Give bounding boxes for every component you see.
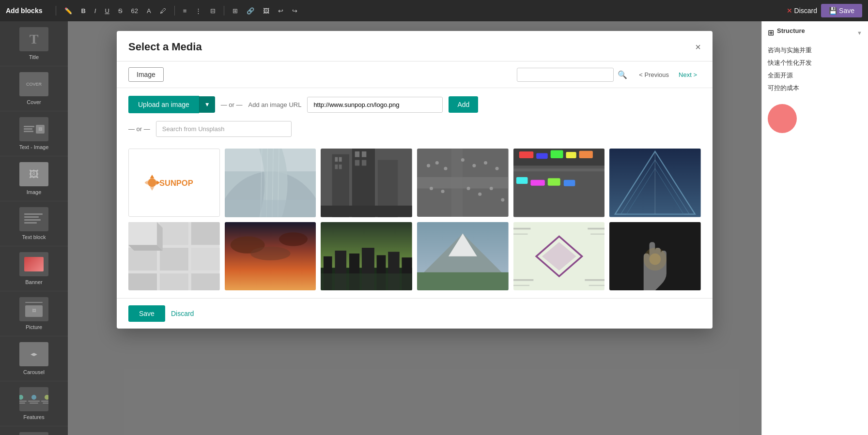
sidebar-item-three[interactable]: Three bbox=[0, 426, 68, 435]
photo-city-skyline bbox=[321, 222, 412, 291]
image-preview: 🖼 bbox=[19, 162, 48, 186]
strikethrough-button[interactable]: S bbox=[116, 6, 125, 15]
carousel-label: Carousel bbox=[23, 369, 45, 375]
add-button[interactable]: Add bbox=[449, 96, 478, 113]
modal-close-button[interactable]: × bbox=[695, 42, 701, 53]
svg-rect-50 bbox=[513, 168, 605, 171]
table-button[interactable]: ⊞ bbox=[230, 6, 240, 15]
image-cell-11[interactable] bbox=[513, 222, 605, 291]
bold-button[interactable]: B bbox=[78, 6, 88, 15]
modal-save-button[interactable]: Save bbox=[128, 305, 165, 322]
modal-overlay[interactable]: Select a Media × Image 🔍 < Previous Next… bbox=[68, 21, 761, 435]
redo-button[interactable]: ↪ bbox=[290, 6, 300, 15]
modal-discard-button[interactable]: Discard bbox=[171, 310, 194, 317]
sidebar-item-text-image[interactable]: 🖼 Text - Image bbox=[0, 111, 68, 156]
features-preview bbox=[19, 387, 48, 411]
image-cell-5[interactable] bbox=[513, 149, 605, 217]
upload-dropdown-button[interactable]: ▼ bbox=[199, 96, 215, 113]
svg-rect-25 bbox=[451, 149, 463, 217]
discard-button[interactable]: ✕ Discard bbox=[787, 7, 817, 15]
svg-rect-9 bbox=[225, 200, 316, 217]
cover-preview: COVER bbox=[19, 72, 48, 96]
image-cell-8[interactable] bbox=[225, 222, 316, 291]
banner-preview bbox=[19, 252, 48, 276]
highlight-button[interactable]: 🖊 bbox=[157, 6, 169, 15]
image-cell-1[interactable]: SUNPOP bbox=[128, 149, 220, 217]
svg-point-35 bbox=[467, 187, 470, 190]
image-cell-10[interactable] bbox=[417, 222, 509, 290]
svg-point-37 bbox=[490, 187, 493, 190]
text-block-label: Text block bbox=[22, 234, 46, 240]
title-label: Title bbox=[29, 54, 39, 60]
svg-rect-20 bbox=[362, 160, 366, 166]
image-cell-7[interactable] bbox=[128, 222, 220, 290]
align-button[interactable]: ⊟ bbox=[208, 6, 218, 15]
tab-image[interactable]: Image bbox=[128, 67, 164, 82]
picture-label: Picture bbox=[26, 324, 42, 330]
svg-point-72 bbox=[250, 246, 291, 260]
image-cell-4[interactable] bbox=[417, 149, 509, 217]
next-button[interactable]: Next > bbox=[675, 69, 701, 80]
sidebar-item-carousel[interactable]: ◀▶ Carousel bbox=[0, 336, 68, 381]
photo-traffic bbox=[513, 149, 605, 217]
upload-button[interactable]: Upload an image bbox=[128, 96, 199, 113]
banner-label: Banner bbox=[25, 279, 42, 285]
image-grid: SUNPOP bbox=[117, 141, 713, 298]
italic-button[interactable]: I bbox=[92, 6, 99, 15]
unordered-list-button[interactable]: ≡ bbox=[181, 6, 189, 15]
sidebar-item-text-block[interactable]: Text block bbox=[0, 201, 68, 246]
image-button[interactable]: 🖼 bbox=[261, 6, 272, 15]
svg-rect-86 bbox=[417, 272, 509, 290]
sidebar-item-image[interactable]: 🖼 Image bbox=[0, 156, 68, 201]
svg-point-30 bbox=[472, 164, 476, 167]
save-top-button[interactable]: 💾 Save bbox=[821, 4, 862, 17]
prev-button[interactable]: < Previous bbox=[635, 69, 673, 80]
photo-glass-triangle bbox=[609, 149, 701, 217]
rs-item-1: 快速个性化开发 bbox=[768, 57, 862, 69]
modal-tabs-row: Image 🔍 < Previous Next > bbox=[117, 61, 713, 88]
sep2 bbox=[174, 6, 175, 15]
search-button[interactable]: 🔍 bbox=[618, 70, 627, 79]
picture-preview: 🖼 bbox=[19, 297, 48, 321]
image-cell-2[interactable] bbox=[225, 149, 316, 217]
sunpop-logo: SUNPOP bbox=[145, 172, 203, 194]
image-cell-6[interactable] bbox=[609, 149, 701, 217]
svg-rect-22 bbox=[321, 206, 412, 217]
svg-point-33 bbox=[430, 187, 433, 190]
sidebar-item-cover[interactable]: COVER Cover bbox=[0, 66, 68, 111]
svg-point-71 bbox=[279, 232, 308, 246]
photo-mountain bbox=[417, 222, 509, 290]
sidebar-item-picture[interactable]: 🖼 Picture bbox=[0, 291, 68, 336]
features-icon bbox=[19, 395, 48, 404]
search-input[interactable] bbox=[517, 68, 614, 82]
toolbar: Add blocks ✏️ B I U S 62 A 🖊 ≡ ⋮ ⊟ ⊞ 🔗 🖼… bbox=[0, 0, 868, 21]
photo-geometric bbox=[128, 222, 220, 290]
svg-marker-68 bbox=[128, 245, 163, 251]
sidebar-item-title[interactable]: T Title bbox=[0, 21, 68, 66]
sidebar-item-banner[interactable]: Banner bbox=[0, 246, 68, 291]
pencil-icon[interactable]: ✏️ bbox=[62, 6, 75, 15]
svg-rect-43 bbox=[550, 150, 563, 159]
svg-text:SUNPOP: SUNPOP bbox=[159, 179, 193, 187]
sidebar-item-features[interactable]: Features bbox=[0, 381, 68, 426]
image-cell-3[interactable] bbox=[321, 149, 412, 217]
underline-button[interactable]: U bbox=[102, 6, 111, 15]
unsplash-input[interactable] bbox=[156, 121, 292, 137]
sep3 bbox=[224, 6, 224, 15]
ordered-list-button[interactable]: ⋮ bbox=[193, 6, 204, 15]
image-cell-9[interactable] bbox=[321, 222, 412, 291]
upload-btn-group: Upload an image ▼ bbox=[128, 96, 215, 113]
dropdown-icon: ▼ bbox=[857, 30, 862, 36]
link-button[interactable]: 🔗 bbox=[244, 6, 257, 15]
image-cell-12[interactable] bbox=[609, 222, 701, 291]
pagination: < Previous Next > bbox=[635, 69, 701, 80]
font-color-button[interactable]: A bbox=[144, 6, 154, 15]
undo-button[interactable]: ↩ bbox=[276, 6, 286, 15]
svg-rect-15 bbox=[339, 165, 342, 169]
url-input[interactable] bbox=[307, 97, 443, 113]
cover-icon: COVER bbox=[26, 82, 42, 87]
left-sidebar: T Title COVER Cover 🖼 bbox=[0, 21, 68, 435]
svg-rect-58 bbox=[160, 222, 188, 245]
svg-rect-48 bbox=[547, 178, 560, 185]
font-size-selector[interactable]: 62 bbox=[129, 6, 140, 15]
